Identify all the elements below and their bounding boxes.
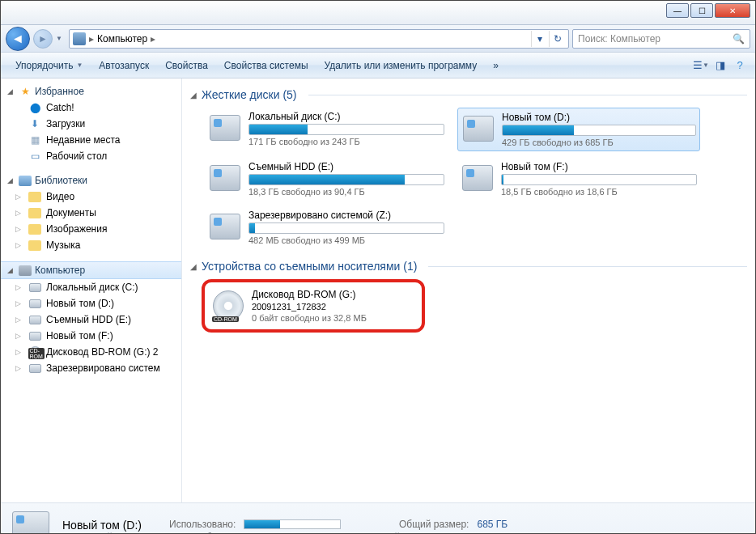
navigation-tree: ◢★Избранное ⬤Catch! ⬇Загрузки ▦Недавние …	[1, 78, 182, 502]
fs-value: NTFS	[477, 532, 508, 535]
usage-bar	[244, 519, 341, 529]
total-value: 685 ГБ	[477, 519, 508, 530]
capacity-bar	[502, 125, 696, 136]
breadcrumb-item[interactable]: Компьютер	[97, 33, 147, 44]
minimize-button[interactable]: —	[666, 3, 689, 18]
free-label: Свободно:	[169, 532, 236, 535]
content-pane: ◢Жесткие диски (5) Локальный диск (C:) 1…	[182, 78, 755, 502]
autoplay-button[interactable]: Автозапуск	[91, 57, 157, 74]
address-bar[interactable]: ▸ Компьютер ▸ ▾ ↻	[69, 29, 569, 49]
drive-free-space: 18,5 ГБ свободно из 18,6 ГБ	[501, 187, 697, 197]
organize-button[interactable]: Упорядочить▼	[7, 57, 91, 74]
libraries-header[interactable]: ◢Библиотеки	[1, 172, 181, 189]
drive-free-space: 0 байт свободно из 32,8 МБ	[252, 313, 415, 323]
close-button[interactable]: ✕	[715, 3, 750, 18]
tree-item-music[interactable]: ▷Музыка	[1, 237, 181, 253]
highlight-annotation: Дисковод BD-ROM (G:) 20091231_172832 0 б…	[202, 279, 425, 333]
drive-name: Дисковод BD-ROM (G:)	[252, 289, 415, 300]
hdd-icon	[208, 111, 242, 145]
tree-item-documents[interactable]: ▷Документы	[1, 205, 181, 221]
tree-item-downloads[interactable]: ⬇Загрузки	[1, 116, 181, 132]
tree-item-recent[interactable]: ▦Недавние места	[1, 132, 181, 148]
tree-item-videos[interactable]: ▷Видео	[1, 189, 181, 205]
history-dropdown-icon[interactable]: ▼	[56, 35, 66, 42]
back-button[interactable]: ◄	[6, 27, 30, 51]
drive-name: Съемный HDD (E:)	[248, 161, 444, 172]
breadcrumb-separator: ▸	[89, 33, 94, 44]
refresh-icon[interactable]: ↻	[549, 31, 565, 47]
hdd-section-header[interactable]: ◢Жесткие диски (5)	[190, 88, 747, 101]
tree-item-drive-g[interactable]: ▷Дисковод BD-ROM (G:) 2	[1, 344, 181, 360]
details-title: Новый том (D:)	[62, 519, 142, 532]
fs-label: Файловая система:	[381, 532, 469, 535]
drive-name: Зарезервировано системой (Z:)	[248, 210, 444, 221]
drive-item[interactable]: Зарезервировано системой (Z:) 482 МБ сво…	[205, 206, 448, 248]
drive-name: Новый том (D:)	[502, 112, 696, 123]
drive-item[interactable]: Новый том (D:) 429 ГБ свободно из 685 ГБ	[457, 108, 700, 151]
uninstall-button[interactable]: Удалить или изменить программу	[316, 57, 486, 74]
details-pane: Новый том (D:) Локальный диск Использова…	[1, 502, 755, 534]
computer-icon	[73, 32, 86, 45]
hdd-icon	[208, 161, 242, 195]
drive-free-space: 482 МБ свободно из 499 МБ	[248, 235, 444, 245]
free-value: 429 ГБ	[244, 532, 341, 535]
breadcrumb-separator: ▸	[151, 33, 155, 44]
drive-item[interactable]: Локальный диск (C:) 171 ГБ свободно из 2…	[205, 108, 448, 151]
drive-free-space: 18,3 ГБ свободно из 90,4 ГБ	[248, 187, 444, 197]
total-label: Общий размер:	[381, 519, 469, 530]
help-button[interactable]: ?	[731, 57, 749, 74]
drive-free-space: 171 ГБ свободно из 243 ГБ	[248, 137, 444, 146]
drive-item[interactable]: Новый том (F:) 18,5 ГБ свободно из 18,6 …	[457, 158, 700, 200]
maximize-button[interactable]: ☐	[690, 3, 713, 18]
favorites-header[interactable]: ◢★Избранное	[1, 83, 181, 100]
tree-item-desktop[interactable]: ▭Рабочий стол	[1, 148, 181, 164]
drive-name: Новый том (F:)	[501, 161, 697, 172]
hdd-icon	[461, 161, 495, 195]
search-input[interactable]: Поиск: Компьютер 🔍	[572, 29, 750, 49]
hdd-icon	[461, 112, 495, 146]
view-mode-button[interactable]: ☰▼	[692, 57, 710, 74]
system-properties-button[interactable]: Свойства системы	[216, 57, 316, 74]
toolbar-overflow[interactable]: »	[485, 57, 507, 74]
disc-icon	[211, 289, 245, 323]
window-titlebar: — ☐ ✕	[1, 1, 755, 25]
capacity-bar	[501, 174, 697, 185]
drive-free-space: 429 ГБ свободно из 685 ГБ	[502, 138, 696, 147]
tree-item-drive-d[interactable]: ▷Новый том (D:)	[1, 295, 181, 312]
dropdown-icon[interactable]: ▾	[531, 31, 547, 47]
preview-pane-button[interactable]: ◨	[711, 57, 729, 74]
drive-icon	[12, 511, 51, 535]
toolbar: Упорядочить▼ Автозапуск Свойства Свойств…	[1, 53, 755, 78]
search-icon: 🔍	[733, 33, 745, 44]
drive-bdrom[interactable]: Дисковод BD-ROM (G:) 20091231_172832 0 б…	[208, 286, 418, 326]
computer-header[interactable]: ◢Компьютер	[1, 261, 181, 279]
properties-button[interactable]: Свойства	[157, 57, 216, 74]
search-placeholder: Поиск: Компьютер	[578, 33, 660, 44]
tree-item-catch[interactable]: ⬤Catch!	[1, 100, 181, 116]
capacity-bar	[248, 222, 444, 234]
capacity-bar	[248, 124, 444, 135]
removable-section-header[interactable]: ◢Устройства со съемными носителями (1)	[190, 260, 747, 273]
hdd-icon	[208, 210, 242, 244]
used-label: Использовано:	[169, 519, 236, 530]
drive-name: Локальный диск (C:)	[248, 111, 444, 122]
nav-bar: ◄ ► ▼ ▸ Компьютер ▸ ▾ ↻ Поиск: Компьютер…	[1, 25, 755, 53]
details-type: Локальный диск	[62, 532, 142, 535]
forward-button[interactable]: ►	[33, 29, 53, 49]
tree-item-drive-z[interactable]: ▷Зарезервировано систем	[1, 360, 181, 376]
tree-item-pictures[interactable]: ▷Изображения	[1, 221, 181, 237]
tree-item-drive-e[interactable]: ▷Съемный HDD (E:)	[1, 312, 181, 328]
tree-item-drive-f[interactable]: ▷Новый том (F:)	[1, 328, 181, 344]
tree-item-drive-c[interactable]: ▷Локальный диск (C:)	[1, 279, 181, 295]
capacity-bar	[248, 174, 444, 185]
drive-item[interactable]: Съемный HDD (E:) 18,3 ГБ свободно из 90,…	[205, 158, 448, 200]
drive-label: 20091231_172832	[252, 302, 415, 312]
